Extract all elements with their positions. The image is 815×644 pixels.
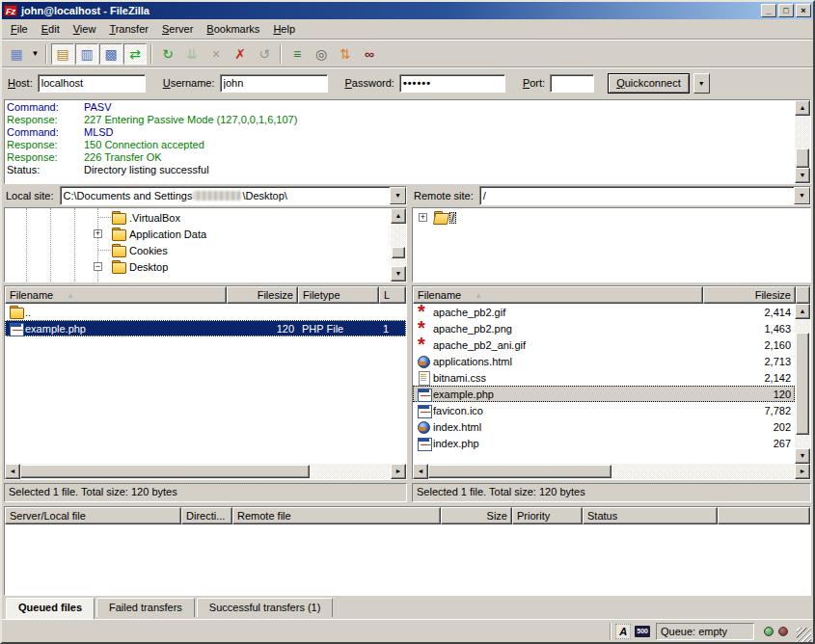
table-row-example-php[interactable]: example.php 120 PHP File 1 [5, 320, 406, 336]
resize-grip[interactable] [797, 628, 811, 642]
directory-filters-button[interactable]: ≡ [285, 43, 309, 65]
expand-icon[interactable]: + [419, 213, 427, 222]
local-list-hscrollbar[interactable]: ◄ ► [5, 464, 406, 479]
column-header-remote-file[interactable]: Remote file [232, 507, 441, 524]
table-row[interactable]: bitnami.css 2,142 [413, 369, 795, 386]
html-file-icon [417, 355, 433, 368]
reconnect-button[interactable]: ↺ [253, 43, 276, 65]
directory-comparison-button[interactable]: ◎ [310, 43, 333, 65]
scroll-thumb[interactable] [428, 465, 611, 478]
menu-view[interactable]: View [67, 21, 103, 37]
scroll-up-button[interactable]: ▲ [795, 304, 810, 319]
table-row[interactable]: index.php 267 [413, 435, 795, 451]
tab-queued-files[interactable]: Queued files [6, 598, 95, 619]
close-button[interactable]: × [796, 4, 811, 17]
log-scrollbar[interactable]: ▲ ▼ [795, 100, 810, 183]
column-header-size[interactable]: Size [441, 507, 512, 524]
scroll-up-button[interactable]: ▲ [391, 208, 406, 224]
refresh-button[interactable]: ↻ [156, 43, 179, 65]
column-header-status[interactable]: Status [583, 507, 718, 524]
table-row-parent-dir[interactable]: .. [5, 304, 406, 320]
menu-help[interactable]: Help [266, 21, 302, 37]
tree-item-cookies[interactable]: Cookies [5, 242, 391, 258]
local-tree-scrollbar[interactable]: ▲ ▼ [391, 208, 406, 282]
host-input[interactable] [38, 74, 146, 93]
tree-item-root[interactable]: + / [413, 209, 810, 226]
local-site-combo[interactable]: C:\Documents and Settings\Desktop\ ▼ [60, 186, 407, 205]
scroll-thumb[interactable] [392, 247, 405, 258]
menu-transfer[interactable]: Transfer [102, 21, 155, 37]
menu-server[interactable]: Server [155, 21, 200, 37]
column-header-last-modified[interactable]: L [379, 286, 406, 304]
toggle-remote-tree-button[interactable]: ▩ [99, 43, 122, 65]
table-row[interactable]: apache_pb2_ani.gif 2,160 [413, 336, 795, 353]
menu-edit[interactable]: Edit [35, 21, 67, 37]
table-row[interactable]: applications.html 2,713 [413, 353, 795, 369]
column-header-filetype[interactable]: Filetype [298, 286, 379, 304]
menu-bookmarks[interactable]: Bookmarks [200, 21, 266, 37]
tab-successful-transfers[interactable]: Successful transfers (1) [197, 598, 334, 617]
tab-failed-transfers[interactable]: Failed transfers [96, 598, 195, 617]
column-header-filesize[interactable]: Filesize [227, 286, 298, 304]
quickconnect-button[interactable]: Quickconnect [608, 73, 690, 94]
cancel-button[interactable]: × [204, 43, 228, 65]
log-line: Response:150 Connection accepted [7, 139, 795, 151]
maximize-button[interactable]: □ [778, 4, 794, 17]
remote-panel: Remote site: / ▼ + / Filename▲ [412, 186, 811, 502]
menu-file[interactable]: File [4, 21, 35, 37]
column-header-direction[interactable]: Directi... [181, 507, 232, 524]
scroll-right-button[interactable]: ► [391, 464, 406, 479]
folder-icon [111, 260, 127, 274]
table-row[interactable]: apache_pb2.gif 2,414 [413, 304, 795, 320]
scroll-down-button[interactable]: ▼ [391, 266, 406, 282]
remote-list-hscrollbar[interactable]: ◄ ► [413, 464, 810, 479]
minimize-button[interactable]: _ [761, 4, 776, 17]
disconnect-button[interactable]: ✗ [229, 43, 252, 65]
table-row[interactable]: index.html 202 [413, 418, 795, 435]
scroll-up-button[interactable]: ▲ [795, 100, 810, 116]
binoculars-icon: ∞ [365, 47, 374, 61]
expand-icon[interactable]: + [94, 229, 102, 238]
scroll-right-button[interactable]: ► [795, 464, 810, 479]
scroll-left-button[interactable]: ◄ [5, 464, 20, 479]
remote-site-combo[interactable]: / ▼ [479, 186, 811, 205]
toggle-message-log-button[interactable]: ▤ [51, 43, 74, 65]
port-input[interactable] [550, 74, 594, 93]
remote-list-scrollbar[interactable]: ▲ ▼ [795, 304, 810, 464]
tree-item-desktop[interactable]: − Desktop [5, 258, 391, 275]
find-files-button[interactable]: ∞ [358, 43, 381, 65]
column-header-filesize[interactable]: Filesize [703, 286, 796, 304]
toggle-local-tree-button[interactable]: ▥ [75, 43, 98, 65]
column-header-filename[interactable]: Filename▲ [5, 286, 227, 304]
table-row[interactable]: favicon.ico 7,782 [413, 402, 795, 418]
site-manager-button[interactable]: ▦ [5, 43, 28, 65]
password-input[interactable] [399, 74, 505, 93]
toolbar-separator [45, 44, 47, 64]
column-header-server-local-file[interactable]: Server/Local file [5, 507, 181, 524]
column-header-filename[interactable]: Filename▲ [413, 286, 703, 304]
tree-item-virtualbox[interactable]: .VirtualBox [5, 209, 391, 226]
scroll-down-button[interactable]: ▼ [795, 168, 810, 183]
html-file-icon [417, 420, 433, 434]
speed-limit-icon[interactable]: 500 [635, 626, 650, 637]
chevron-down-icon[interactable]: ▼ [794, 187, 810, 204]
transfer-type-indicator-icon[interactable]: A [615, 624, 631, 639]
scroll-thumb[interactable] [20, 465, 310, 478]
scroll-left-button[interactable]: ◄ [413, 464, 428, 479]
toggle-transfer-queue-button[interactable]: ⇄ [123, 43, 147, 65]
quickconnect-dropdown-button[interactable]: ▼ [693, 73, 710, 94]
collapse-icon[interactable]: − [94, 262, 102, 271]
column-header-priority[interactable]: Priority [512, 507, 583, 524]
tree-item-application-data[interactable]: + Application Data [5, 226, 391, 242]
scroll-thumb[interactable] [796, 148, 809, 168]
divider [610, 623, 611, 640]
username-input[interactable] [220, 74, 328, 93]
synchronized-browsing-button[interactable]: ⇅ [334, 43, 357, 65]
table-row[interactable]: apache_pb2.png 1,463 [413, 320, 795, 336]
chevron-down-icon[interactable]: ▼ [390, 187, 406, 204]
table-row-example-php[interactable]: example.php 120 [413, 386, 795, 402]
scroll-down-button[interactable]: ▼ [795, 448, 810, 464]
site-manager-dropdown-button[interactable]: ▼ [29, 43, 41, 65]
process-queue-button[interactable]: ⇊ [180, 43, 204, 65]
scroll-thumb[interactable] [796, 333, 809, 435]
